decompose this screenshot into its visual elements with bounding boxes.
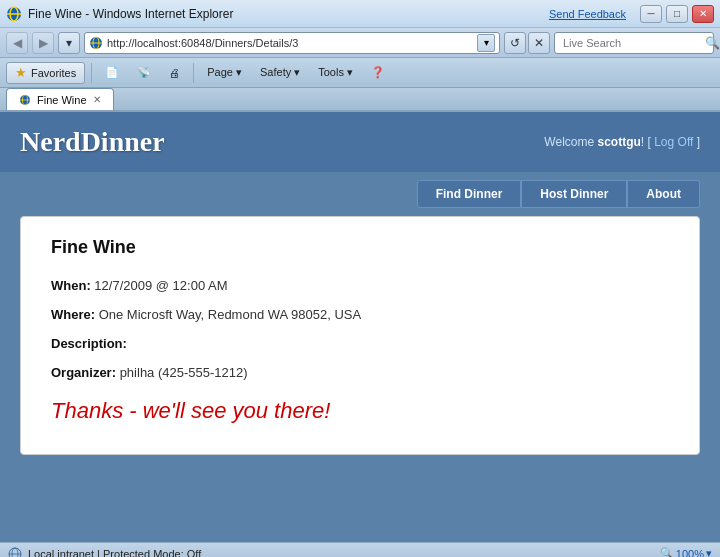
title-bar: Fine Wine - Windows Internet Explorer Se… bbox=[0, 0, 720, 28]
site-title: NerdDinner bbox=[20, 126, 165, 158]
tab-favicon bbox=[19, 94, 31, 106]
logoff-link[interactable]: Log Off bbox=[654, 135, 693, 149]
close-button[interactable]: ✕ bbox=[692, 5, 714, 23]
site-header: NerdDinner Welcome scottgu! [ Log Off ] bbox=[0, 112, 720, 172]
star-icon: ★ bbox=[15, 65, 27, 80]
stop-button[interactable]: ✕ bbox=[528, 32, 550, 54]
svg-point-12 bbox=[9, 548, 21, 558]
maximize-button[interactable]: □ bbox=[666, 5, 688, 23]
active-tab[interactable]: Fine Wine ✕ bbox=[6, 88, 114, 110]
organizer-label: Organizer: bbox=[51, 365, 116, 380]
toolbar: ★ Favorites 📄 📡 🖨 Page ▾ Safety ▾ Tools … bbox=[0, 58, 720, 88]
zoom-level: 100% bbox=[676, 548, 704, 558]
where-label: Where: bbox=[51, 307, 95, 322]
organizer-value: philha (425-555-1212) bbox=[120, 365, 248, 380]
toolbar-separator-2 bbox=[193, 63, 194, 83]
address-go-button[interactable]: ▾ bbox=[477, 34, 495, 52]
address-input[interactable] bbox=[107, 37, 473, 49]
zone-status: Local intranet | Protected Mode: Off bbox=[28, 548, 201, 558]
page-content: NerdDinner Welcome scottgu! [ Log Off ] … bbox=[0, 112, 720, 542]
dinner-organizer-field: Organizer: philha (425-555-1212) bbox=[51, 365, 669, 380]
toolbar-separator bbox=[91, 63, 92, 83]
page-favicon bbox=[89, 36, 103, 50]
forward-button[interactable]: ▶ bbox=[32, 32, 54, 54]
status-right: 🔍 100% ▾ bbox=[660, 547, 712, 557]
favorites-button[interactable]: ★ Favorites bbox=[6, 62, 85, 84]
welcome-message: Welcome scottgu! [ Log Off ] bbox=[544, 135, 700, 149]
back-button[interactable]: ◀ bbox=[6, 32, 28, 54]
dinner-title: Fine Wine bbox=[51, 237, 669, 258]
send-feedback-link[interactable]: Send Feedback bbox=[549, 8, 626, 20]
address-bar: ◀ ▶ ▾ ▾ ↺ ✕ 🔍 bbox=[0, 28, 720, 58]
toolbar-tools-btn[interactable]: Tools ▾ bbox=[311, 62, 360, 84]
toolbar-help-btn[interactable]: ❓ bbox=[364, 62, 392, 84]
window-title: Fine Wine - Windows Internet Explorer bbox=[28, 7, 233, 21]
toolbar-safety-btn[interactable]: Safety ▾ bbox=[253, 62, 307, 84]
toolbar-page-menu-btn[interactable]: Page ▾ bbox=[200, 62, 249, 84]
address-input-wrap: ▾ bbox=[84, 32, 500, 54]
status-left: Local intranet | Protected Mode: Off bbox=[8, 547, 201, 558]
when-value: 12/7/2009 @ 12:00 AM bbox=[94, 278, 227, 293]
globe-icon bbox=[8, 547, 22, 558]
where-value: One Microsft Way, Redmond WA 98052, USA bbox=[99, 307, 362, 322]
zoom-button[interactable]: 🔍 100% ▾ bbox=[660, 547, 712, 557]
dinner-when-field: When: 12/7/2009 @ 12:00 AM bbox=[51, 278, 669, 293]
host-dinner-button[interactable]: Host Dinner bbox=[521, 180, 627, 208]
tab-label: Fine Wine bbox=[37, 94, 87, 106]
minimize-button[interactable]: ─ bbox=[640, 5, 662, 23]
dropdown-button[interactable]: ▾ bbox=[58, 32, 80, 54]
search-icon: 🔍 bbox=[705, 36, 720, 50]
live-search-wrap: 🔍 bbox=[554, 32, 714, 54]
tab-close-button[interactable]: ✕ bbox=[93, 94, 101, 105]
username: scottgu bbox=[598, 135, 641, 149]
description-label: Description: bbox=[51, 336, 127, 351]
welcome-text: Welcome bbox=[544, 135, 594, 149]
refresh-button[interactable]: ↺ bbox=[504, 32, 526, 54]
favorites-label: Favorites bbox=[31, 67, 76, 79]
toolbar-rss-btn[interactable]: 📡 bbox=[130, 62, 158, 84]
status-bar: Local intranet | Protected Mode: Off 🔍 1… bbox=[0, 542, 720, 557]
when-label: When: bbox=[51, 278, 91, 293]
site-nav: Find Dinner Host Dinner About bbox=[0, 172, 720, 216]
thanks-message: Thanks - we'll see you there! bbox=[51, 398, 669, 424]
live-search-input[interactable] bbox=[563, 37, 701, 49]
toolbar-print-btn[interactable]: 🖨 bbox=[162, 62, 187, 84]
tab-bar: Fine Wine ✕ bbox=[0, 88, 720, 112]
dinner-where-field: Where: One Microsft Way, Redmond WA 9805… bbox=[51, 307, 669, 322]
svg-point-13 bbox=[12, 548, 18, 558]
dinner-description-field: Description: bbox=[51, 336, 669, 351]
toolbar-page-btn[interactable]: 📄 bbox=[98, 62, 126, 84]
ie-icon bbox=[6, 6, 22, 22]
about-button[interactable]: About bbox=[627, 180, 700, 208]
dinner-detail-box: Fine Wine When: 12/7/2009 @ 12:00 AM Whe… bbox=[20, 216, 700, 455]
find-dinner-button[interactable]: Find Dinner bbox=[417, 180, 522, 208]
